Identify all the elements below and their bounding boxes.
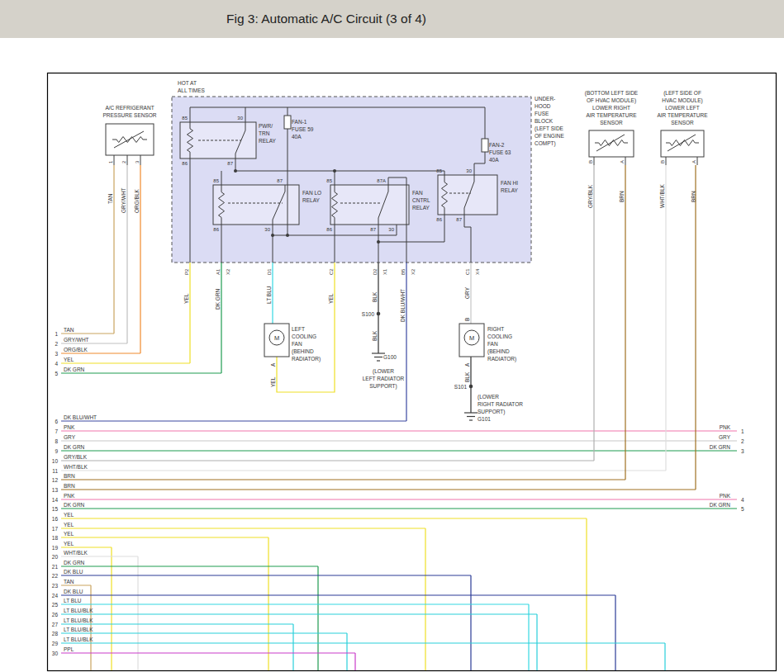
relay-pin-label: 86 bbox=[326, 227, 332, 232]
relay-pin-label: 30 bbox=[264, 227, 270, 232]
row-wire-label: TAN bbox=[64, 327, 74, 333]
connector-pin-label: C1 bbox=[465, 268, 470, 275]
row-number: 1 bbox=[55, 331, 58, 337]
sensor-pin-label: 3 bbox=[135, 160, 140, 163]
relay-name: CNTRL bbox=[412, 197, 430, 203]
wire-color-label: GRY bbox=[464, 286, 470, 299]
connector-pin-label: P2 bbox=[184, 268, 189, 275]
wire-color-label: WHT/BLK bbox=[659, 183, 665, 208]
connector-pin-label: D2 bbox=[373, 268, 378, 275]
wire-color-label: YEL bbox=[328, 293, 334, 304]
row-number: 4 bbox=[55, 361, 58, 367]
row-wire-label: YEL bbox=[64, 522, 74, 528]
row-number: 30 bbox=[52, 651, 59, 656]
relay-name: RELAY bbox=[302, 197, 320, 203]
row-wire-label: GRY/WHT bbox=[64, 337, 89, 343]
splice-label: S100 bbox=[362, 311, 375, 317]
row-number: 12 bbox=[52, 477, 59, 483]
row-wire-label: YEL bbox=[64, 512, 74, 518]
relay-pin-label: 30 bbox=[388, 227, 394, 232]
row-number: 17 bbox=[52, 526, 59, 532]
fuse-label: 40A bbox=[489, 157, 499, 163]
row-number: 4 bbox=[741, 497, 744, 503]
annotation: HOOD bbox=[535, 103, 551, 109]
row-wire-label: LT BLU bbox=[64, 598, 82, 603]
relay-box bbox=[330, 185, 409, 225]
relay-pin-label: 86 bbox=[213, 227, 219, 232]
fan-label: FAN bbox=[487, 341, 498, 347]
row-number: 10 bbox=[52, 458, 59, 464]
wire-color-label: BRN bbox=[619, 191, 625, 202]
annotation: ALL TIMES bbox=[178, 88, 206, 93]
row-wire-label: LT BLU/BLK bbox=[64, 618, 93, 623]
row-wire-label: YEL bbox=[64, 541, 74, 547]
wire-color-label: A bbox=[270, 362, 276, 367]
sensor-pin-label: B bbox=[660, 160, 665, 163]
wire-color-label: YEL bbox=[270, 376, 276, 387]
junction-dot bbox=[286, 234, 289, 237]
fuse-icon bbox=[284, 116, 291, 129]
junction-dot bbox=[377, 240, 380, 244]
sensor-pin-label: 1 bbox=[108, 160, 113, 163]
row-wire-label: DK GRN bbox=[64, 560, 85, 566]
wire-color-label: B bbox=[464, 318, 470, 321]
relay-pin-label: 85 bbox=[213, 178, 219, 183]
relay-name: FAN bbox=[412, 190, 423, 196]
relay-box bbox=[438, 175, 497, 215]
fan-label: LEFT bbox=[292, 326, 305, 332]
row-wire-label: LT BLU/BLK bbox=[64, 637, 93, 642]
fuse-label: FAN-1 bbox=[292, 119, 307, 125]
row-number: 20 bbox=[52, 554, 59, 560]
sensor-pin-label: A bbox=[691, 160, 696, 163]
annotation: UNDER- bbox=[535, 96, 555, 102]
relay-pin-label: 30 bbox=[466, 168, 472, 173]
splice-dot bbox=[469, 385, 473, 389]
fan-label: RIGHT bbox=[487, 326, 504, 332]
junction-dot bbox=[271, 234, 274, 237]
wire-color-label: BLK bbox=[372, 291, 378, 302]
row-wire-label: PNK bbox=[720, 424, 731, 430]
row-wire-label: ORG/BLK bbox=[64, 347, 88, 353]
relay-pin-label: 86 bbox=[182, 161, 188, 166]
fuse-label: FAN-2 bbox=[489, 142, 505, 148]
row-wire-label: DK GRN bbox=[710, 502, 731, 508]
sensor-title: AIR TEMPERATURE bbox=[657, 112, 708, 118]
row-number: 5 bbox=[741, 506, 744, 512]
row-wire-label: DK BLU bbox=[64, 569, 83, 575]
relay-pin-label: 30 bbox=[237, 116, 243, 121]
fan-label: FAN bbox=[292, 341, 302, 347]
row-number: 3 bbox=[55, 351, 58, 357]
relay-name: FAN LO bbox=[302, 190, 321, 196]
wire-color-label: GRY/BLK bbox=[587, 184, 593, 208]
motor-m-label: M bbox=[469, 334, 474, 342]
fuse-label: FUSE 59 bbox=[292, 126, 314, 132]
sensor-pin-label: 2 bbox=[121, 160, 126, 163]
wire-color-label: ORG/BLK bbox=[134, 188, 140, 213]
splice-label: S101 bbox=[454, 384, 468, 390]
wire-color-label: TAN bbox=[107, 193, 113, 204]
connector-pin-label: X4 bbox=[475, 268, 480, 275]
fan-label: RADIATOR) bbox=[292, 356, 321, 362]
relay-name: RELAY bbox=[259, 138, 276, 144]
row-wire-label: DK GRN bbox=[64, 502, 85, 508]
relay-pin-label: 86 bbox=[436, 217, 442, 222]
wire-color-label: A bbox=[464, 362, 470, 367]
ground-note: (LOWER bbox=[373, 368, 394, 375]
sensor-title: PRESSURE SENSOR bbox=[102, 112, 156, 118]
row-number: 23 bbox=[52, 583, 59, 589]
row-wire-label: BRN bbox=[64, 483, 75, 489]
relay-pin-label: 87A bbox=[377, 178, 386, 183]
relay-name: PWR/ bbox=[259, 123, 273, 129]
row-wire-label: YEL bbox=[64, 531, 74, 537]
row-wire-label: PNK bbox=[64, 493, 75, 499]
row-number: 1 bbox=[741, 428, 744, 434]
sensor-title: LOWER LEFT bbox=[665, 105, 700, 111]
fan-label: (BEHIND bbox=[292, 348, 314, 355]
wire-color-label: BLK bbox=[372, 330, 378, 341]
row-number: 29 bbox=[52, 641, 59, 646]
annotation: COMPT) bbox=[535, 140, 556, 147]
row-number: 26 bbox=[52, 612, 59, 618]
row-number: 13 bbox=[52, 487, 59, 493]
relay-box bbox=[213, 185, 299, 225]
wire-color-label: GRY/WHT bbox=[121, 187, 126, 213]
